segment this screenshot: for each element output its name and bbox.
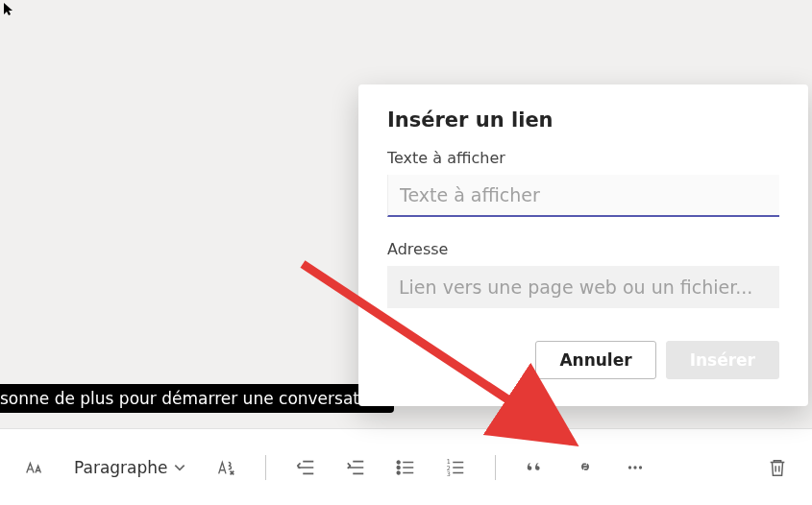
separator: [265, 455, 266, 480]
separator: [495, 455, 496, 480]
formatting-toolbar: Paragraphe 123: [0, 428, 812, 505]
chevron-down-icon: [173, 461, 186, 474]
svg-text:3: 3: [446, 470, 450, 478]
address-label: Adresse: [387, 240, 779, 258]
info-banner: sonne de plus pour démarrer une conversa…: [0, 384, 394, 413]
clear-formatting-icon[interactable]: [215, 457, 236, 478]
link-icon[interactable]: [575, 457, 596, 478]
cursor-icon: [2, 2, 17, 21]
svg-point-1: [397, 466, 400, 469]
svg-point-7: [633, 466, 636, 469]
font-size-icon[interactable]: [24, 457, 45, 478]
trash-icon[interactable]: [767, 457, 788, 478]
bullet-list-icon[interactable]: [395, 457, 416, 478]
info-banner-text: sonne de plus pour démarrer une conversa…: [0, 389, 384, 408]
text-to-display-input[interactable]: [387, 175, 779, 217]
more-options-icon[interactable]: [625, 457, 646, 478]
paragraph-label: Paragraphe: [74, 458, 168, 477]
svg-point-0: [397, 461, 400, 464]
address-input[interactable]: [387, 266, 779, 308]
svg-point-8: [638, 466, 641, 469]
dialog-buttons: Annuler Insérer: [387, 341, 779, 379]
text-to-display-label: Texte à afficher: [387, 149, 779, 167]
cancel-button[interactable]: Annuler: [535, 341, 655, 379]
insert-button[interactable]: Insérer: [666, 341, 779, 379]
insert-link-dialog: Insérer un lien Texte à afficher Adresse…: [358, 84, 808, 406]
dialog-title: Insérer un lien: [387, 108, 779, 132]
svg-point-6: [627, 466, 630, 469]
outdent-icon[interactable]: [295, 457, 316, 478]
quote-icon[interactable]: [525, 457, 546, 478]
indent-icon[interactable]: [345, 457, 366, 478]
svg-point-2: [397, 471, 400, 474]
paragraph-dropdown[interactable]: Paragraphe: [74, 458, 186, 477]
numbered-list-icon[interactable]: 123: [445, 457, 466, 478]
